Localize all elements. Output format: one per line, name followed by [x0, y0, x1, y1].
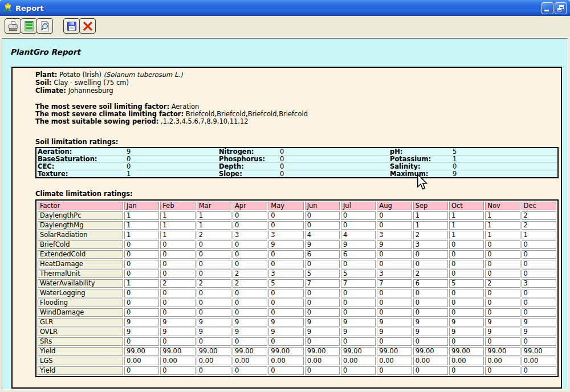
climate-table-row: DaylengthPc111000001112 [38, 211, 556, 220]
climate-factor-cell: WaterLogging [38, 289, 123, 297]
climate-value-cell: 0.00 [377, 357, 412, 365]
save-button[interactable] [63, 18, 80, 34]
climate-value-cell: 9 [522, 318, 556, 326]
climate-factor-cell: ThermalUnit [38, 270, 123, 278]
climate-value-cell: 1 [160, 221, 195, 230]
climate-table-row: OVLR999999999999 [38, 328, 556, 336]
climate-value-cell: 0 [305, 308, 340, 317]
climate-value-cell: 9 [341, 240, 376, 249]
climate-value-cell: 9 [449, 318, 484, 326]
climate-value-cell: 9 [160, 328, 195, 336]
climate-value-cell: 9 [197, 318, 231, 326]
minimize-button[interactable] [542, 2, 553, 14]
climate-value-cell: 2 [522, 221, 556, 230]
climate-table-row: ExtendedCold000006600000 [38, 250, 556, 259]
climate-factor-cell: WindDamage [38, 308, 123, 317]
climate-value-cell: 0 [522, 270, 556, 278]
climate-value-cell: 0 [485, 299, 520, 307]
climate-value-cell: 0 [522, 260, 556, 268]
print-preview-icon [39, 21, 51, 32]
soil-rating-label: Maximum: [389, 170, 451, 178]
climate-value-cell: 7 [341, 279, 376, 288]
climate-value-cell: 3 [268, 231, 303, 239]
climate-value-cell: 0 [341, 299, 376, 307]
soil-rating-label: Nitrogen: [218, 148, 279, 156]
climate-value-cell: 0.00 [522, 357, 556, 365]
climate-value-cell: 0 [377, 299, 412, 307]
climate-value-cell: 0 [413, 260, 448, 268]
climate-ratings-title: Climate limitation ratings: [35, 190, 557, 198]
plant-line: Plant: Potato (Irish) (Solanum tuberosum… [35, 71, 557, 79]
climate-value-cell: 0 [233, 250, 267, 259]
climate-value-cell: 0 [413, 366, 448, 375]
climate-value-cell: 0 [268, 299, 303, 307]
toolbar [0, 16, 570, 38]
preview-button[interactable] [36, 18, 53, 34]
climate-factor-cell: DaylengthPc [38, 211, 123, 220]
report-heading: PlantGro Report [10, 47, 568, 57]
climate-factor-cell: Flooding [38, 299, 123, 307]
climate-value-cell: 9 [341, 328, 376, 336]
climate-value-cell: 0.00 [197, 357, 231, 365]
soil-ratings-table: Aeration:9Nitrogen:0pH:5BaseSaturation:0… [35, 147, 559, 178]
soil-rating-value: 0 [125, 163, 218, 170]
climate-value-cell: 5 [341, 270, 376, 278]
print-button[interactable] [5, 18, 21, 34]
climate-value-cell: 0 [197, 260, 231, 268]
climate-value-cell: 0 [485, 240, 520, 249]
climate-value-cell: 0 [197, 240, 231, 249]
climate-value-cell: 2 [522, 211, 556, 220]
climate-header-cell: Dec [522, 202, 556, 210]
climate-value-cell: 2 [413, 231, 448, 239]
soil-rating-value: 5 [451, 148, 558, 156]
climate-value-cell: 0 [305, 337, 340, 346]
climate-value-cell: 0 [413, 337, 448, 346]
climate-value-cell: 0 [160, 308, 195, 317]
restore-button[interactable] [555, 2, 567, 14]
soil-rating-value: 0 [279, 156, 389, 163]
climate-value-cell: 0.00 [160, 357, 195, 365]
climate-value-cell: 99.00 [413, 347, 448, 356]
climate-value-cell: 2 [233, 270, 267, 278]
climate-value-cell: 1 [197, 221, 231, 230]
climate-value-cell: 2 [197, 231, 231, 239]
climate-value-cell: 0 [124, 337, 159, 346]
climate-value-cell: 3 [268, 270, 303, 278]
report-info-block: Plant: Potato (Irish) (Solanum tuberosum… [35, 71, 557, 95]
climate-value-cell: 5 [449, 279, 484, 288]
climate-value-cell: 9 [268, 328, 303, 336]
climate-value-cell: 99.00 [449, 347, 484, 356]
climate-header-cell: Jul [341, 202, 376, 210]
climate-table-row: HeatDamage000000000000 [38, 260, 556, 268]
climate-value-cell: 9 [160, 318, 195, 326]
climate-value-cell: 0 [377, 337, 412, 346]
save-floppy-icon [66, 21, 78, 32]
soil-ratings-row: CEC:0Depth:0Salinity:0 [36, 163, 558, 170]
soil-rating-value: 0 [279, 163, 389, 170]
climate-value-cell: 5 [268, 279, 303, 288]
close-button[interactable] [79, 18, 96, 34]
window-controls [542, 2, 567, 14]
soil-rating-label: pH: [389, 148, 451, 156]
climate-value-cell: 0 [233, 221, 267, 230]
climate-value-cell: 0 [305, 211, 340, 220]
climate-value-cell: 0 [522, 299, 556, 307]
climate-value-cell: 5 [305, 270, 340, 278]
climate-limiting-factor-value: Briefcold,Briefcold,Briefcold,Briefcold [186, 110, 308, 118]
climate-table-row: Yield000000000000 [38, 366, 556, 375]
climate-value-cell: 0 [233, 366, 267, 375]
climate-value-cell: 3 [522, 279, 556, 288]
climate-value-cell: 9 [268, 240, 303, 249]
climate-value-cell: 0 [268, 366, 303, 375]
climate-line: Climate: Johannesburg [35, 87, 557, 95]
soil-rating-label: Salinity: [389, 163, 451, 170]
climate-value-cell: 0 [485, 270, 520, 278]
climate-value-cell: 0 [341, 260, 376, 268]
report-view-button[interactable] [21, 18, 37, 34]
climate-value-cell: 3 [377, 231, 412, 239]
climate-value-cell: 1 [522, 231, 556, 239]
climate-value-cell: 1 [449, 221, 484, 230]
titlebar[interactable]: Report [0, 0, 570, 16]
climate-value-cell: 9 [197, 328, 231, 336]
soil-rating-value: 1 [125, 170, 218, 178]
